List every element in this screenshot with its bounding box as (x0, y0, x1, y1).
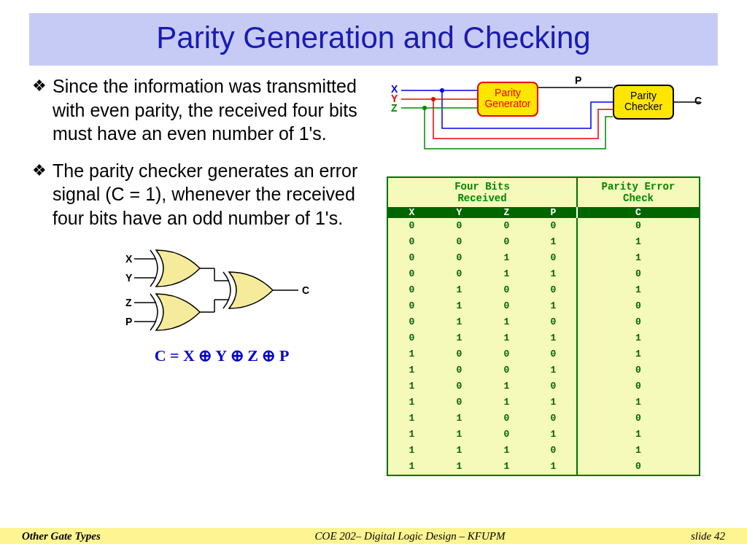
table-cell: 0 (578, 314, 699, 330)
slide-footer: Other Gate Types COE 202– Digital Logic … (0, 528, 747, 544)
table-cell: 1 (578, 234, 699, 250)
slide-title-bar: Parity Generation and Checking (29, 13, 718, 66)
table-cell: 1 (483, 330, 530, 346)
table-cell: 0 (578, 459, 699, 475)
table-body: 0000000011001010011001001010100110001111… (388, 218, 699, 475)
table-cell: 0 (578, 411, 699, 427)
slide-content: ❖ Since the information was transmitted … (0, 74, 747, 476)
block-label: Parity (630, 90, 657, 101)
table-cell: 1 (530, 394, 578, 411)
table-cell: 1 (578, 427, 699, 443)
parity-generator-block: Parity Generator (477, 82, 538, 117)
diamond-icon: ❖ (32, 74, 47, 146)
block-label: Parity (495, 87, 521, 98)
truth-table: Four Bits Received Parity Error Check X … (387, 176, 700, 476)
table-cell: 1 (388, 427, 436, 443)
table-cell: 1 (483, 378, 530, 394)
table-cell: 0 (388, 218, 436, 234)
xor-gate-diagram: X Y Z P C (127, 243, 360, 345)
table-cell: 1 (436, 443, 483, 459)
text-column: ❖ Since the information was transmitted … (0, 74, 379, 476)
table-cell: 0 (436, 362, 483, 378)
table-cell: 1 (578, 394, 699, 411)
table-group-header: Four Bits Received Parity Error Check (388, 178, 699, 207)
table-row: 01100 (388, 314, 699, 330)
table-cell: 1 (436, 411, 483, 427)
table-cell: 1 (388, 443, 436, 459)
table-cell: 0 (530, 314, 578, 330)
table-cell: 0 (436, 218, 483, 234)
table-cell: 0 (578, 378, 699, 394)
signal-label-p: P (575, 74, 581, 86)
table-cell: 1 (388, 362, 436, 378)
table-cell: 1 (388, 459, 436, 475)
table-cell: 1 (388, 378, 436, 394)
table-cell: 0 (388, 282, 436, 298)
col-header-p: P (530, 207, 578, 218)
table-cell: 1 (578, 443, 699, 459)
block-label: Checker (624, 101, 662, 112)
table-cell: 0 (578, 362, 699, 378)
table-cell: 0 (483, 411, 530, 427)
signal-label-x: X (125, 253, 132, 265)
table-cell: 0 (483, 282, 530, 298)
signal-label-z: Z (391, 102, 398, 114)
block-label: Generator (484, 98, 530, 109)
table-cell: 1 (436, 282, 483, 298)
table-cell: 0 (436, 250, 483, 266)
table-cell: 0 (388, 266, 436, 282)
table-row: 00110 (388, 266, 699, 282)
diamond-icon: ❖ (32, 159, 47, 230)
table-cell: 0 (530, 250, 578, 266)
table-row: 11011 (388, 427, 699, 443)
table-column-header: X Y Z P C (388, 207, 699, 218)
table-cell: 1 (436, 314, 483, 330)
table-cell: 1 (436, 427, 483, 443)
parity-equation: C = X ⊕ Y ⊕ Z ⊕ P (105, 346, 338, 365)
col-header-c: C (578, 207, 699, 218)
table-cell: 1 (483, 394, 530, 411)
signal-label-z: Z (125, 297, 132, 308)
group-header-right-sub: Check (623, 192, 654, 204)
table-cell: 0 (388, 298, 436, 314)
bullet-item: ❖ The parity checker generates an error … (32, 159, 372, 230)
slide-title: Parity Generation and Checking (29, 20, 718, 55)
table-cell: 1 (436, 298, 483, 314)
table-row: 10100 (388, 378, 699, 394)
table-cell: 0 (436, 234, 483, 250)
table-cell: 0 (388, 234, 436, 250)
col-header-z: Z (483, 207, 530, 218)
table-cell: 1 (436, 330, 483, 346)
signal-label-c: C (694, 95, 702, 106)
block-diagram: X Y Z P C Parity Generator Parity Checke… (387, 74, 700, 176)
table-cell: 1 (578, 250, 699, 266)
table-row: 11110 (388, 459, 699, 475)
table-cell: 0 (578, 266, 699, 282)
col-header-x: X (388, 207, 436, 218)
parity-checker-block: Parity Checker (613, 85, 674, 120)
table-row: 01010 (388, 298, 699, 314)
table-cell: 1 (388, 394, 436, 411)
table-cell: 0 (388, 314, 436, 330)
table-cell: 0 (530, 411, 578, 427)
signal-label-y: Y (125, 272, 132, 284)
table-cell: 1 (578, 282, 699, 298)
table-cell: 1 (483, 314, 530, 330)
table-cell: 1 (578, 330, 699, 346)
table-row: 01111 (388, 330, 699, 346)
table-cell: 0 (530, 218, 578, 234)
table-cell: 0 (530, 378, 578, 394)
table-cell: 1 (483, 443, 530, 459)
table-cell: 0 (483, 298, 530, 314)
table-cell: 0 (530, 443, 578, 459)
footer-center: COE 202– Digital Logic Design – KFUPM (212, 530, 608, 542)
xor-gates-svg (127, 243, 360, 345)
bullet-item: ❖ Since the information was transmitted … (32, 74, 372, 146)
table-cell: 0 (578, 298, 699, 314)
col-header-y: Y (436, 207, 483, 218)
table-cell: 0 (436, 266, 483, 282)
table-row: 11000 (388, 411, 699, 427)
table-cell: 0 (483, 362, 530, 378)
group-header-left-sub: Received (457, 192, 506, 204)
signal-label-c: C (302, 284, 309, 296)
